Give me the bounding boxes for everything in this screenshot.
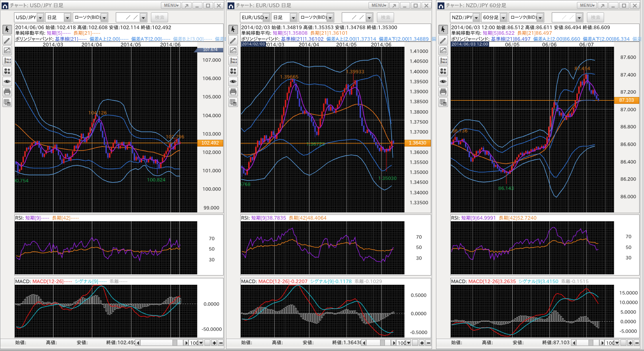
svg-text:60.0: 60.0 — [6, 61, 11, 63]
svg-text:70.0: 70.0 — [442, 58, 447, 61]
svg-text:60.0: 60.0 — [232, 61, 237, 63]
svg-text:70.0: 70.0 — [232, 58, 237, 61]
svg-text:60.0: 60.0 — [442, 61, 447, 63]
svg-text:70.0: 70.0 — [6, 58, 11, 61]
